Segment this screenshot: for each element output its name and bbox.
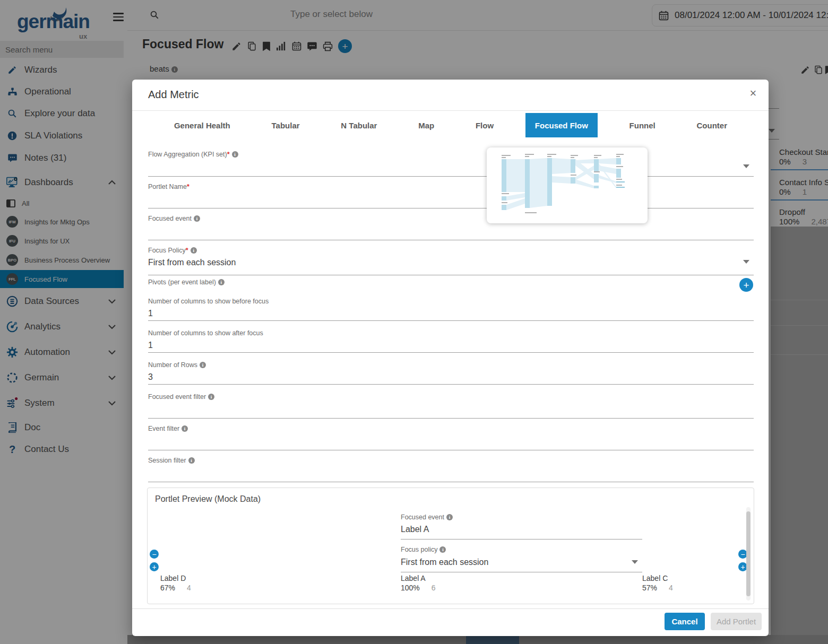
field-label-focused-event-filter: Focused event filteri — [148, 393, 214, 401]
focused-flow-preview-thumbnail — [487, 147, 648, 223]
divider — [401, 539, 642, 539]
divider — [401, 572, 642, 572]
modal-title: Add Metric — [148, 89, 199, 101]
app-screen: germain ux Wizards Operational Explore y… — [0, 0, 828, 644]
session-filter-input[interactable] — [148, 482, 754, 482]
metric-type-tabs: General Health Tabular N Tabular Map Flo… — [153, 113, 748, 137]
field-label-flow-aggregation: Flow Aggregation (KPI set)*i — [148, 151, 238, 158]
dropdown-caret-icon[interactable] — [743, 164, 749, 168]
focus-policy-select[interactable]: First from each session — [148, 258, 236, 267]
field-label-portlet-name: Portlet Name* — [148, 183, 189, 190]
divider — [148, 320, 754, 321]
dropdown-caret-icon[interactable] — [632, 560, 638, 564]
num-rows-input[interactable]: 3 — [148, 372, 153, 382]
cols-after-input[interactable]: 1 — [148, 341, 153, 350]
field-label-num-rows: Number of Rowsi — [148, 361, 206, 369]
tab-n-tabular[interactable]: N Tabular — [331, 113, 386, 137]
preview-node-stats: 57%4 — [642, 584, 673, 592]
field-label-session-filter: Session filteri — [148, 457, 195, 464]
cancel-button[interactable]: Cancel — [665, 613, 705, 630]
preview-title: Portlet Preview (Mock Data) — [155, 494, 261, 504]
preview-focused-event-label: Focused eventi — [401, 514, 453, 521]
info-icon[interactable]: i — [446, 514, 453, 520]
preview-node-label: Label D — [160, 574, 186, 582]
divider — [148, 352, 754, 353]
divider — [148, 275, 754, 275]
preview-node-label: Label A — [401, 574, 426, 582]
focused-event-input[interactable] — [148, 240, 754, 240]
tab-map[interactable]: Map — [409, 113, 444, 137]
info-icon[interactable]: i — [191, 247, 197, 254]
field-label-cols-before: Number of columns to show before focus — [148, 298, 269, 305]
preview-node-label: Label C — [642, 574, 668, 582]
info-icon[interactable]: i — [232, 151, 238, 158]
info-icon[interactable]: i — [208, 394, 214, 400]
info-icon[interactable]: i — [439, 546, 446, 553]
field-label-focused-event: Focused eventi — [148, 215, 200, 222]
scrollbar-thumb[interactable] — [746, 511, 751, 596]
zoom-out-button[interactable]: − — [150, 550, 159, 559]
field-label-pivots: Pivots (per event label)i — [148, 279, 225, 286]
preview-focus-policy-select[interactable]: First from each session — [401, 558, 488, 567]
close-icon[interactable]: × — [746, 86, 761, 101]
divider — [148, 384, 754, 385]
add-metric-modal: Add Metric × General Health Tabular N Ta… — [132, 80, 769, 636]
info-icon[interactable]: i — [218, 279, 225, 285]
info-icon[interactable]: i — [200, 362, 206, 368]
info-icon[interactable]: i — [182, 425, 188, 432]
zoom-in-button[interactable]: + — [150, 562, 159, 571]
tab-general-health[interactable]: General Health — [165, 113, 240, 137]
flow-aggregation-input[interactable] — [148, 176, 754, 177]
info-icon[interactable]: i — [188, 457, 195, 464]
divider — [132, 110, 769, 111]
portlet-name-input[interactable] — [148, 208, 754, 208]
tab-focused-flow[interactable]: Focused Flow — [525, 113, 598, 137]
cols-before-input[interactable]: 1 — [148, 309, 153, 318]
preview-focused-event-input[interactable]: Label A — [401, 525, 429, 534]
tab-tabular[interactable]: Tabular — [262, 113, 309, 137]
event-filter-input[interactable] — [148, 450, 754, 450]
portlet-preview-panel: Portlet Preview (Mock Data) − + − + Focu… — [147, 488, 754, 604]
preview-focus-policy-label: Focus policyi — [401, 546, 446, 553]
field-label-event-filter: Event filteri — [148, 425, 188, 432]
info-icon[interactable]: i — [194, 215, 200, 222]
field-label-focus-policy: Focus Policy*i — [148, 247, 197, 254]
preview-node-stats: 100%6 — [401, 584, 436, 592]
field-label-cols-after: Number of columns to show after focus — [148, 329, 263, 337]
add-portlet-button[interactable]: Add Portlet — [711, 613, 762, 630]
add-pivot-button[interactable]: + — [739, 278, 753, 292]
tab-counter[interactable]: Counter — [687, 113, 737, 137]
divider — [132, 608, 769, 609]
tab-flow[interactable]: Flow — [466, 113, 503, 137]
dropdown-caret-icon[interactable] — [743, 260, 749, 264]
tab-funnel[interactable]: Funnel — [620, 113, 665, 137]
focused-event-filter-input[interactable] — [148, 418, 754, 419]
preview-scrollbar[interactable] — [746, 507, 751, 601]
preview-node-stats: 67%4 — [160, 584, 191, 592]
